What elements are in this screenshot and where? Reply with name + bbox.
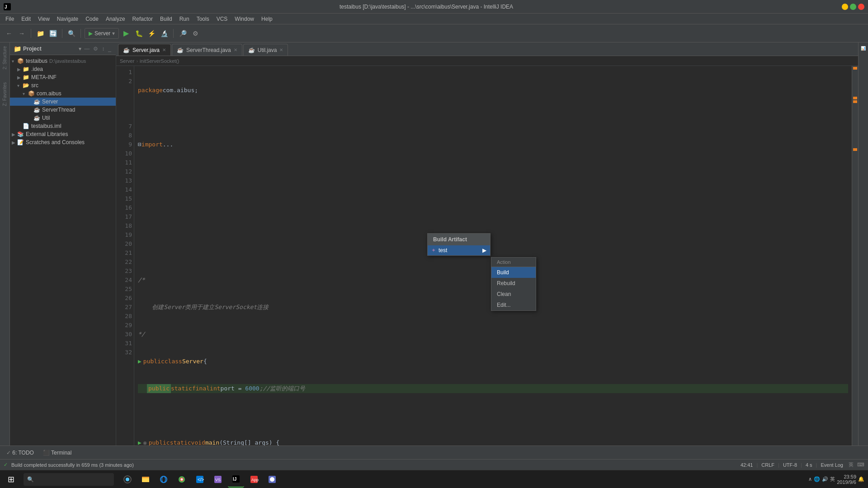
run-marker-11[interactable]: ▶ [138,357,142,366]
menu-navigate[interactable]: Navigate [53,15,82,23]
ext-libs-icon: 📚 [17,131,24,137]
menu-tools[interactable]: Tools [193,15,213,23]
tab-server-close[interactable]: ✕ [162,47,166,52]
run-button[interactable]: ▶ [121,28,132,39]
panel-expand-btn[interactable]: ↕ [101,45,105,53]
code-content[interactable]: package com.aibus; ⊟import ... /* 创建Serv… [134,66,852,446]
debug-button[interactable]: 🐛 [133,28,144,39]
menu-run[interactable]: Run [176,15,193,23]
menu-vcs[interactable]: VCS [213,15,231,23]
encoding[interactable]: UTF-8 [783,462,797,468]
tab-util-close[interactable]: ✕ [279,47,283,52]
tree-item-iml[interactable]: 📄 testaibus.iml [10,122,116,130]
taskbar-clock[interactable]: 23:59 2019/9/6 [837,474,856,485]
settings-button[interactable]: ⚙ [190,28,201,39]
sync-button[interactable]: 🔄 [47,28,58,39]
system-tray-up-icon[interactable]: ∧ [808,476,812,482]
search-everywhere[interactable]: 🔍 [66,28,77,39]
event-log[interactable]: Event Log [821,462,843,468]
network-icon[interactable]: 🌐 [814,476,820,482]
back-button[interactable]: ← [4,28,14,39]
tree-item-scratches[interactable]: ▶ 📝 Scratches and Consoles [10,138,116,146]
tab-serverthread-java[interactable]: ☕ ServerThread.java ✕ [172,44,242,56]
menu-help[interactable]: Help [258,15,276,23]
taskbar-app-chrome[interactable] [174,471,190,488]
tree-item-com-aibus[interactable]: ▾ 📦 com.aibus [10,89,116,98]
tree-item-testaibus[interactable]: ▾ 📦 testaibus D:\java\testaibus [10,57,116,65]
breadcrumb-server[interactable]: Server [120,58,134,64]
run-marker-14[interactable]: ▶ [138,438,142,446]
tab-util-java[interactable]: ☕ Util.java ✕ [243,44,288,56]
panel-gear-btn[interactable]: ⚙ [92,45,99,53]
tab-server-java[interactable]: ☕ Server.java ✕ [118,44,171,56]
taskbar-apps: </> VS IJ App [116,471,284,488]
taskbar-app-cortana[interactable] [119,471,136,488]
windows-start-button[interactable]: ⊞ [0,470,22,488]
tree-item-src[interactable]: ▾ 📂 src [10,81,116,89]
gutter-warning-2 [853,97,857,99]
indent[interactable]: 4 s [806,462,812,468]
breadcrumb-method[interactable]: initServerSocket() [140,58,179,64]
build-artifact-header: Build Artifact [428,234,490,245]
tree-arrow-com-aibus: ▾ [23,91,28,96]
forward-button[interactable]: → [16,28,27,39]
project-dropdown[interactable]: ▾ [79,46,81,52]
menu-refactor[interactable]: Refactor [129,15,156,23]
toolbar-sep-1 [31,29,31,38]
tab-serverthread-close[interactable]: ✕ [234,47,237,52]
panel-minimize-btn[interactable]: _ [107,45,112,53]
volume-icon[interactable]: 🔊 [822,476,828,482]
tab-todo[interactable]: ✓ 6: TODO [2,448,38,458]
favorites-icon[interactable]: Z: Favorites [2,82,7,106]
code-line-6 [138,221,848,230]
project-button[interactable]: 📁 [35,28,46,39]
taskbar-app-ie[interactable] [156,471,172,488]
action-submenu: Action Build Rebuild Clean Edit... [491,257,536,311]
toolbar-sep-3 [80,29,81,38]
taskbar-app-explorer[interactable] [137,471,154,488]
menu-code[interactable]: Code [82,15,102,23]
find-button[interactable]: 🔎 [177,28,188,39]
submenu-clean[interactable]: Clean [491,289,536,300]
panel-close-btn[interactable]: — [83,45,90,53]
taskbar-app-idea[interactable]: IJ [228,471,244,488]
profile-button[interactable]: 🔬 [159,28,170,39]
menu-build[interactable]: Build [156,15,176,23]
structure-icon[interactable]: 2: Structure [2,46,7,70]
tree-item-ext-libs[interactable]: ▶ 📚 External Libraries [10,130,116,138]
submenu-edit[interactable]: Edit... [491,300,536,310]
tree-item-meta-inf[interactable]: ▶ 📁 META-INF [10,73,116,81]
tree-item-server[interactable]: ☕ Server [10,98,116,106]
tree-item-idea[interactable]: ▶ 📁 .idea [10,65,116,73]
tree-item-serverthread[interactable]: ☕ ServerThread [10,106,116,114]
taskbar-app-other1[interactable]: App [246,471,262,488]
menu-view[interactable]: View [34,15,53,23]
windows-search-bar[interactable]: 🔍 [24,473,114,486]
toolbar: ← → 📁 🔄 🔍 ▶ Server ▾ ▶ 🐛 ⚡ 🔬 🔎 ⚙ [0,24,868,42]
tab-server-label: Server.java [132,47,160,53]
run-config-selector[interactable]: ▶ Server ▾ [85,28,119,39]
minimize-button[interactable] [842,4,848,10]
right-icon-1[interactable]: 📊 [861,46,866,51]
tree-item-util[interactable]: ☕ Util [10,114,116,122]
taskbar-app-vs[interactable]: VS [210,471,226,488]
crlf[interactable]: CRLF [761,462,774,468]
taskbar-app-vscode[interactable]: </> [192,471,208,488]
coverage-button[interactable]: ⚡ [146,28,157,39]
maximize-button[interactable] [850,4,856,10]
menu-window[interactable]: Window [231,15,258,23]
build-artifact-test-item[interactable]: ✦ test ▶ Action Build Rebuild Clean Edit… [428,245,490,255]
submenu-build[interactable]: Build [491,267,536,278]
menu-edit[interactable]: Edit [18,15,34,23]
menu-analyze[interactable]: Analyze [102,15,129,23]
tree-path-testaibus: D:\java\testaibus [49,58,86,64]
tab-util-icon: ☕ [248,47,255,53]
submenu-rebuild[interactable]: Rebuild [491,278,536,289]
line-col[interactable]: 42:41 [741,462,753,468]
notification-icon[interactable]: 🔔 [858,476,864,482]
menu-file[interactable]: File [2,15,18,23]
taskbar-app-other2[interactable] [264,471,280,488]
close-button[interactable] [858,4,864,10]
action-header: Action [491,258,536,267]
tab-terminal[interactable]: ⬛ Terminal [38,448,76,458]
